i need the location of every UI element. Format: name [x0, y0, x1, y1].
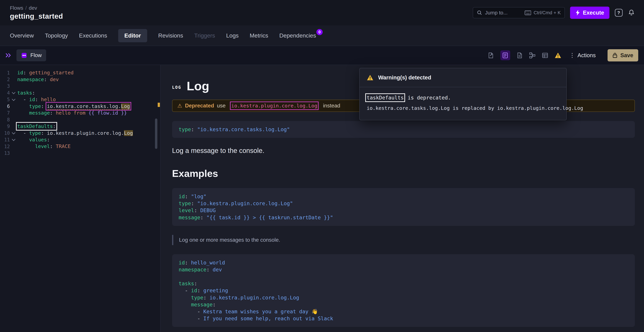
code-token: : — [35, 97, 41, 102]
popup-taskdefaults-code: taskDefaults — [366, 95, 404, 101]
line-number: 10 — [0, 130, 10, 136]
tab-label: Metrics — [250, 32, 268, 39]
tab-editor[interactable]: Editor — [118, 29, 147, 42]
code-token: : — [23, 70, 29, 76]
fold-chevron-icon[interactable] — [10, 132, 17, 134]
code-editor[interactable]: 1id: getting_started2namespace: dev34tas… — [0, 65, 160, 332]
line-text: level: TRACE — [17, 143, 71, 150]
annotation-box-white: taskDefaults: — [17, 123, 56, 129]
code-token: io.kestra.plugin.core.log. — [47, 130, 124, 136]
code-token: "log" — [191, 193, 206, 199]
code-token: : — [41, 130, 47, 136]
editor-line[interactable]: 3 — [0, 83, 160, 90]
code-token: : — [50, 110, 56, 116]
editor-line[interactable]: 5 - id: hello — [0, 96, 160, 103]
code-line: type: "io.kestra.plugin.core.log.Log" — [179, 200, 628, 207]
editor-line[interactable]: 8 — [0, 116, 160, 123]
editor-line[interactable]: 13 — [0, 150, 160, 157]
line-number: 1 — [0, 70, 10, 76]
save-button[interactable]: Save — [608, 49, 638, 62]
overview-ruler-warning-mark — [158, 103, 160, 107]
code-token — [17, 103, 29, 109]
type-code-block: type: "io.kestra.core.tasks.log.Log" — [172, 121, 635, 138]
editor-line[interactable]: 10 - type: io.kestra.plugin.core.log.Log — [0, 130, 160, 136]
sidebar-expand-icon[interactable] — [5, 53, 12, 58]
doc-view-active-wrap[interactable] — [500, 50, 510, 60]
code-line: - Kestra team wishes you a great day 👋 — [179, 308, 628, 315]
header-left: Flows/dev getting_started — [10, 5, 63, 20]
breadcrumb-current[interactable]: dev — [29, 5, 37, 11]
popup-header: Warning(s) detected — [360, 68, 566, 87]
warnings-popup: Warning(s) detected taskDefaults is depr… — [359, 68, 567, 120]
code-token: type — [179, 126, 191, 132]
actions-label: Actions — [578, 52, 596, 59]
code-view-icon[interactable] — [488, 52, 494, 59]
code-token: : — [197, 287, 203, 293]
code-token: message — [29, 110, 50, 116]
jump-to-search[interactable]: Jump to... Ctrl/Cmd + K — [473, 7, 565, 18]
editor-line[interactable]: 7 message: hello from {{ flow.id }} — [0, 110, 160, 116]
line-number: 2 — [0, 77, 10, 82]
blueprint-view-icon[interactable] — [516, 52, 523, 59]
search-shortcut: Ctrl/Cmd + K — [525, 10, 561, 16]
line-number: 7 — [0, 110, 10, 116]
popup-warning-line-1: taskDefaults is deprecated. — [366, 95, 560, 101]
help-button[interactable]: ? — [615, 9, 623, 17]
fold-chevron-icon[interactable] — [10, 139, 17, 141]
line-text: values: — [17, 136, 50, 143]
search-icon — [477, 10, 482, 15]
tab-dependencies[interactable]: Dependencies0 — [279, 32, 316, 39]
popup-line1-rest: is deprecated. — [404, 95, 451, 101]
code-token — [17, 137, 29, 143]
warnings-toggle-icon[interactable] — [554, 52, 562, 58]
code-token — [17, 143, 35, 149]
editor-line[interactable]: 11 values: — [0, 136, 160, 143]
tab-logs[interactable]: Logs — [226, 32, 239, 39]
tab-executions[interactable]: Executions — [79, 32, 107, 39]
code-token: : — [194, 207, 200, 213]
breadcrumb-root[interactable]: Flows — [10, 5, 23, 11]
code-token: Log — [124, 130, 133, 136]
code-token: hello — [41, 97, 56, 102]
popup-body: taskDefaults is deprecated. io.kestra.co… — [360, 87, 566, 120]
editor-line[interactable]: 6 type: io.kestra.core.tasks.log.Log — [0, 103, 160, 110]
fold-chevron-icon[interactable] — [10, 98, 17, 101]
code-token: {{ flow.id }} — [88, 110, 127, 116]
tab-revisions[interactable]: Revisions — [158, 32, 183, 39]
code-token: tasks — [17, 90, 32, 96]
editor-line[interactable]: 12 level: TRACE — [0, 143, 160, 150]
line-text: taskDefaults: — [17, 123, 56, 130]
tab-topology[interactable]: Topology — [45, 32, 68, 39]
tab-label: Overview — [10, 32, 34, 39]
code-token: : — [41, 103, 47, 109]
editor-scrollbar-thumb[interactable] — [155, 119, 158, 149]
code-token — [179, 295, 191, 300]
tab-metrics[interactable]: Metrics — [250, 32, 268, 39]
code-token: : — [191, 200, 197, 206]
deprecated-label: Deprecated — [185, 103, 214, 109]
notifications-bell-icon[interactable] — [628, 9, 635, 16]
line-number: 6 — [0, 104, 10, 109]
topology-view-icon[interactable] — [529, 52, 536, 59]
code-token: id — [179, 193, 185, 199]
editor-line[interactable]: 1id: getting_started — [0, 69, 160, 76]
code-token: namespace — [179, 267, 206, 273]
execute-button[interactable]: Execute — [570, 7, 610, 19]
code-token: getting_started — [29, 70, 74, 76]
tab-overview[interactable]: Overview — [10, 32, 34, 39]
tab-triggers[interactable]: Triggers — [194, 32, 215, 39]
table-view-icon[interactable] — [542, 52, 548, 59]
actions-menu-button[interactable]: ⋮ Actions — [569, 52, 596, 59]
kebab-menu-icon: ⋮ — [569, 52, 575, 59]
fold-chevron-icon[interactable] — [10, 92, 17, 94]
editor-line[interactable]: 4tasks: — [0, 90, 160, 96]
line-number: 9 — [0, 124, 10, 129]
flow-file-tab[interactable]: Flow — [16, 49, 46, 61]
code-token: : — [47, 137, 50, 143]
editor-line[interactable]: 2namespace: dev — [0, 76, 160, 83]
editor-line[interactable]: 9taskDefaults: — [0, 123, 160, 130]
deprecation-post-text: instead — [323, 103, 340, 109]
warning-triangle-icon — [366, 75, 374, 81]
line-text: namespace: dev — [17, 76, 59, 83]
execute-label: Execute — [583, 10, 604, 16]
